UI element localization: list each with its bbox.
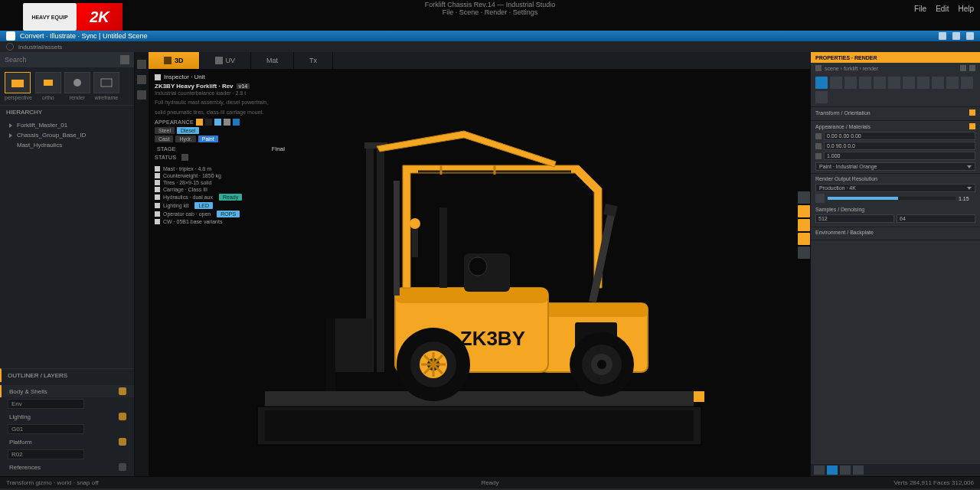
chevron-down-icon	[967, 187, 972, 190]
tree-node[interactable]: Forklift_Master_01	[0, 120, 134, 130]
pin-icon[interactable]	[960, 65, 966, 71]
mode-btn-icon[interactable]	[844, 77, 857, 89]
view-thumb-perspective[interactable]	[5, 72, 31, 93]
pin-icon[interactable]	[969, 109, 975, 116]
asset-name: ZK3BY Heavy Forklift · Rev	[155, 83, 234, 90]
samples-min-input[interactable]: 64	[897, 214, 975, 223]
panel-tab-icon[interactable]	[814, 466, 825, 475]
tab-tx[interactable]: Tx	[294, 52, 333, 69]
exposure-slider[interactable]: 1.15	[815, 192, 975, 204]
bullet-icon	[155, 173, 160, 178]
layer-input[interactable]	[8, 424, 84, 434]
material-chip[interactable]: Hydr.	[175, 136, 195, 142]
ribbon-tool-3-icon[interactable]	[966, 32, 974, 40]
close-icon[interactable]	[969, 65, 975, 71]
visibility-icon[interactable]	[119, 413, 126, 420]
visibility-icon[interactable]	[119, 387, 126, 395]
mode-btn-icon[interactable]	[815, 77, 828, 89]
rail-btn-icon[interactable]	[798, 233, 810, 245]
render-preset-dropdown[interactable]: Production · 4K	[815, 184, 975, 192]
color-swatch[interactable]	[224, 119, 230, 126]
tool-scale-icon[interactable]	[137, 90, 146, 100]
panel-tabs	[811, 464, 980, 476]
svg-rect-9	[541, 303, 648, 317]
status-right: Verts 284,911 Faces 312,006	[893, 479, 974, 486]
tab-3d[interactable]: 3D	[149, 52, 200, 69]
mode-btn-icon[interactable]	[961, 77, 973, 89]
app-icon[interactable]	[6, 31, 15, 41]
tab-uv[interactable]: UV	[200, 52, 252, 69]
spec-tag: LED	[194, 202, 213, 209]
material-dropdown[interactable]: Paint · Industrial Orange	[815, 162, 975, 171]
panel-tab-icon[interactable]	[827, 466, 838, 475]
visibility-icon[interactable]	[119, 438, 126, 446]
bullet-icon	[155, 203, 160, 208]
rail-btn-icon[interactable]	[798, 219, 810, 231]
forklift-model[interactable]: ZK3BY	[219, 89, 740, 456]
svg-rect-19	[377, 142, 384, 372]
layer-row[interactable]: Platform	[0, 436, 134, 448]
rail-btn-icon[interactable]	[798, 247, 810, 259]
tree-node[interactable]: Mast_Hydraulics	[0, 140, 134, 150]
color-swatch[interactable]	[214, 119, 221, 126]
panel-tab-icon[interactable]	[840, 466, 851, 475]
material-chip[interactable]: Steel	[155, 127, 175, 134]
panel-tab-icon[interactable]	[853, 466, 864, 475]
ribbon-tool-1-icon[interactable]	[939, 32, 946, 40]
material-chip[interactable]: Paint	[198, 136, 218, 142]
environment-header: Environment / Backplate	[815, 230, 874, 235]
view-thumb-wire[interactable]	[93, 72, 119, 93]
tool-rotate-icon[interactable]	[137, 75, 146, 84]
breadcrumb-icon	[6, 43, 14, 51]
spec-item: Operator cab · openROPS	[155, 210, 285, 218]
color-swatch[interactable]	[205, 119, 212, 126]
right-sidebar: PROPERTIES · RENDER scene › forklift › r…	[810, 52, 980, 476]
visibility-icon[interactable]	[119, 463, 126, 471]
pin-icon[interactable]	[969, 123, 975, 129]
model-decal: ZK3BY	[460, 327, 525, 350]
layer-row[interactable]: Body & Shells	[0, 385, 134, 397]
mode-btn-icon[interactable]	[946, 77, 959, 89]
status-mid: Ready	[481, 479, 498, 486]
svg-rect-23	[603, 204, 618, 217]
mode-btn-icon[interactable]	[903, 77, 915, 89]
twisty-icon[interactable]	[9, 123, 14, 128]
layer-row[interactable]: Lighting	[0, 410, 134, 423]
rotation-input[interactable]: 0.0 90.0 0.0	[824, 142, 975, 150]
twisty-icon[interactable]	[9, 133, 14, 138]
samples-max-input[interactable]: 512	[815, 214, 894, 223]
mode-btn-icon[interactable]	[859, 77, 871, 89]
search-input[interactable]	[5, 56, 66, 64]
tab-mat[interactable]: Mat	[251, 52, 294, 69]
mode-btn-icon[interactable]	[917, 77, 929, 89]
mode-btn-icon[interactable]	[874, 77, 886, 89]
tree-node[interactable]: Chassis_Group_Base_ID	[0, 130, 134, 140]
layer-input[interactable]	[8, 399, 84, 409]
position-input[interactable]: 0.00 0.00 0.00	[824, 132, 975, 140]
layer-row[interactable]: References	[0, 461, 134, 473]
mode-btn-icon[interactable]	[888, 77, 900, 89]
rail-btn-icon[interactable]	[798, 205, 810, 217]
mode-btn-icon[interactable]	[932, 77, 944, 89]
checkbox-icon[interactable]	[155, 74, 161, 80]
view-thumb-render[interactable]	[64, 72, 90, 93]
rail-btn-icon[interactable]	[798, 191, 810, 204]
layer-input[interactable]	[8, 449, 84, 459]
menu-edit[interactable]: Edit	[936, 5, 949, 13]
mode-btn-icon[interactable]	[815, 91, 828, 103]
svg-point-41	[597, 360, 606, 369]
view-thumb-ortho[interactable]	[35, 72, 61, 93]
color-swatch[interactable]	[196, 119, 203, 126]
material-chip[interactable]: Cast	[155, 136, 173, 142]
tool-move-icon[interactable]	[137, 60, 146, 69]
spec-item: CW · 05B1 base variants	[155, 218, 285, 225]
ribbon-tool-2-icon[interactable]	[952, 32, 960, 40]
scale-input[interactable]: 1.000	[824, 152, 975, 160]
color-swatch[interactable]	[233, 119, 240, 126]
search-icon[interactable]	[120, 55, 129, 64]
spec-item: Tires · 28×9-15 solid	[155, 179, 285, 186]
menu-help[interactable]: Help	[958, 5, 974, 13]
material-chip[interactable]: Diesel	[177, 127, 199, 134]
menu-file[interactable]: File	[914, 5, 926, 13]
mode-btn-icon[interactable]	[830, 77, 842, 89]
